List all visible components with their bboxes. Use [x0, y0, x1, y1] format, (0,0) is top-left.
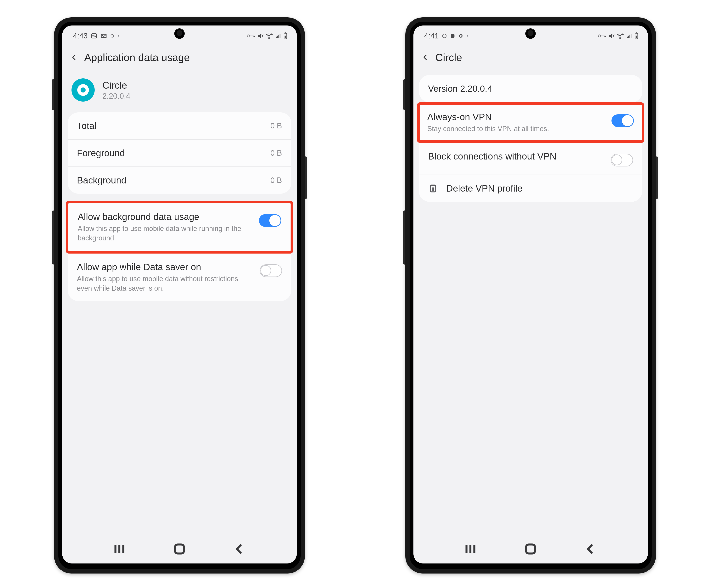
toggle-title: Block connections without VPN	[428, 151, 605, 162]
always-on-vpn-row[interactable]: Always-on VPN Stay connected to this VPN…	[420, 105, 642, 140]
stat-value: 0 B	[270, 149, 282, 157]
app-version: 2.20.0.4	[102, 92, 131, 100]
trash-icon	[428, 183, 438, 193]
status-time: 4:43	[73, 32, 88, 40]
svg-point-4	[268, 38, 269, 39]
vpn-key-icon	[246, 33, 255, 39]
svg-rect-8	[175, 544, 184, 554]
version-row: Version 2.20.0.4	[419, 75, 643, 102]
rect-solid-icon	[450, 33, 455, 39]
page-title: Circle	[435, 51, 462, 63]
home-button[interactable]	[524, 542, 537, 556]
svg-point-3	[247, 35, 250, 37]
back-button[interactable]	[422, 54, 429, 61]
toggle-desc: Stay connected to this VPN at all times.	[427, 124, 597, 133]
svg-point-12	[460, 35, 462, 37]
battery-icon	[634, 32, 639, 40]
circle-solid-icon	[458, 33, 463, 38]
block-without-vpn-row[interactable]: Block connections without VPN	[419, 143, 643, 175]
wifi-plus-icon	[265, 33, 273, 39]
stat-total-row[interactable]: Total 0 B	[68, 113, 291, 139]
wifi-plus-icon	[616, 33, 624, 39]
allow-data-saver-row[interactable]: Allow app while Data saver on Allow this…	[68, 253, 291, 301]
stat-label: Background	[77, 175, 270, 186]
circle-small-icon	[110, 34, 114, 38]
allow-background-data-row[interactable]: Allow background data usage Allow this a…	[68, 203, 290, 251]
svg-point-9	[443, 34, 447, 38]
page-header: Circle	[413, 46, 648, 75]
front-camera	[526, 29, 535, 38]
stat-label: Foreground	[77, 148, 270, 158]
mute-icon	[257, 33, 263, 39]
page-title: Application data usage	[84, 51, 190, 63]
svg-rect-17	[636, 33, 637, 33]
stat-label: Total	[77, 121, 270, 131]
always-on-vpn-toggle[interactable]	[612, 114, 634, 127]
page-header: Application data usage	[62, 46, 297, 75]
signal-icon	[626, 33, 632, 39]
delete-label: Delete VPN profile	[446, 183, 633, 194]
toggle-title: Allow background data usage	[78, 212, 253, 222]
allow-background-data-toggle[interactable]	[259, 214, 281, 227]
allow-data-saver-toggle[interactable]	[260, 264, 282, 277]
vpn-card: Version 2.20.0.4	[419, 75, 643, 102]
stat-background-row[interactable]: Background 0 B	[68, 167, 291, 194]
svg-rect-19	[526, 544, 535, 554]
status-time: 4:41	[424, 32, 439, 40]
delete-vpn-row[interactable]: Delete VPN profile	[419, 175, 643, 202]
block-without-vpn-toggle[interactable]	[611, 154, 633, 167]
svg-point-1	[111, 34, 114, 38]
svg-rect-10	[451, 34, 455, 38]
app-header: Circle 2.20.0.4	[62, 75, 297, 113]
stat-foreground-row[interactable]: Foreground 0 B	[68, 139, 291, 167]
picture-icon	[91, 33, 97, 39]
dot-icon	[117, 35, 120, 37]
vpn-card-lower: Block connections without VPN Delete VPN…	[419, 143, 643, 202]
stat-value: 0 B	[270, 121, 282, 130]
circle-open-icon	[442, 33, 447, 39]
toggle-desc: Allow this app to use mobile data withou…	[77, 274, 247, 293]
nav-back-button[interactable]	[233, 542, 246, 556]
data-saver-card: Allow app while Data saver on Allow this…	[68, 253, 291, 301]
phone-right: 4:41	[405, 17, 656, 573]
toggle-desc: Allow this app to use mobile data while …	[78, 224, 248, 243]
home-button[interactable]	[173, 542, 186, 556]
svg-point-2	[118, 35, 119, 36]
front-camera	[175, 29, 184, 38]
data-stats-card: Total 0 B Foreground 0 B Background 0 B	[68, 113, 291, 194]
svg-point-15	[620, 38, 620, 39]
highlight-always-on: Always-on VPN Stay connected to this VPN…	[417, 102, 644, 143]
app-name: Circle	[102, 80, 131, 91]
mute-icon	[608, 33, 615, 39]
android-navbar	[62, 535, 297, 563]
svg-rect-7	[284, 36, 286, 39]
stat-value: 0 B	[270, 176, 282, 185]
circle-app-icon	[71, 78, 95, 102]
toggle-title: Always-on VPN	[427, 112, 606, 122]
version-label: Version 2.20.0.4	[428, 83, 633, 94]
recents-button[interactable]	[113, 542, 126, 556]
toggle-title: Allow app while Data saver on	[77, 262, 254, 272]
android-navbar	[413, 535, 648, 563]
svg-point-13	[467, 35, 468, 36]
svg-point-14	[598, 35, 600, 37]
back-button[interactable]	[71, 54, 78, 61]
vpn-key-icon	[597, 33, 606, 39]
signal-icon	[275, 33, 281, 39]
recents-button[interactable]	[464, 542, 477, 556]
svg-rect-18	[636, 36, 637, 39]
dot-icon	[466, 35, 469, 37]
gmail-icon	[100, 33, 107, 39]
nav-back-button[interactable]	[584, 542, 597, 556]
battery-icon	[283, 32, 287, 40]
svg-rect-6	[285, 33, 286, 33]
phone-left: 4:43	[54, 17, 305, 573]
highlight-bg-data: Allow background data usage Allow this a…	[66, 201, 293, 253]
